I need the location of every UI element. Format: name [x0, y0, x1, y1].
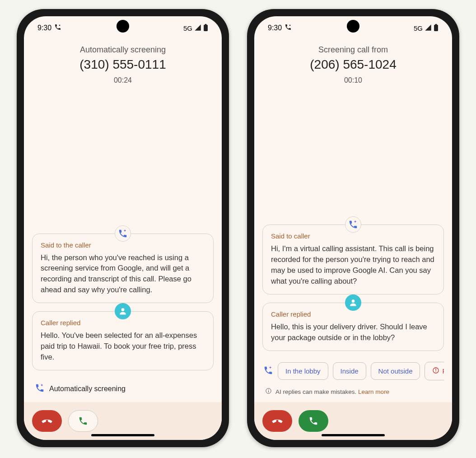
disclaimer-text: AI replies can make mistakes.	[275, 388, 356, 395]
caller-person-icon	[115, 303, 131, 319]
answer-button[interactable]	[68, 410, 98, 432]
status-time: 9:30	[268, 24, 282, 32]
auto-screening-status: Automatically screening	[32, 379, 214, 402]
sparkle-phone-icon	[263, 365, 273, 377]
caller-reply-bubble: Caller replied Hello. You've been select…	[32, 311, 214, 370]
learn-more-link[interactable]: Learn more	[358, 388, 389, 395]
said-to-caller-bubble: Said to the caller Hi, the person who yo…	[32, 234, 214, 304]
battery-icon	[203, 24, 208, 33]
ai-disclaimer: AI replies can make mistakes. Learn more	[262, 385, 444, 402]
svg-rect-13	[268, 389, 269, 390]
caller-number: (310) 555-0111	[33, 57, 213, 72]
phone-mockup-right: 9:30 5G Screening call from (206) 565-10…	[247, 9, 459, 447]
said-to-caller-title: Said to caller	[271, 232, 435, 240]
assistant-sparkle-phone-icon	[345, 216, 361, 233]
said-to-caller-text: Hi, I'm a virtual calling assistant. Thi…	[271, 243, 435, 287]
battery-icon	[434, 24, 439, 33]
status-time: 9:30	[37, 24, 51, 32]
caller-reply-title: Caller replied	[271, 310, 435, 318]
call-timer: 00:24	[33, 76, 213, 84]
network-label: 5G	[183, 24, 192, 32]
camera-cutout	[347, 20, 359, 33]
said-to-caller-bubble: Said to caller Hi, I'm a virtual calling…	[262, 224, 444, 294]
call-header: Screening call from (206) 565-1024 00:10	[254, 36, 452, 89]
caller-person-icon	[345, 294, 361, 311]
answer-button[interactable]	[299, 410, 328, 432]
svg-rect-9	[436, 369, 436, 371]
svg-rect-12	[268, 390, 269, 392]
caller-reply-text: Hello, this is your delivery driver. Sho…	[271, 322, 435, 343]
signal-icon	[425, 24, 432, 33]
svg-rect-6	[435, 24, 437, 25]
svg-point-7	[352, 299, 355, 303]
svg-rect-2	[205, 24, 207, 25]
svg-point-4	[289, 25, 291, 26]
caller-reply-text: Hello. You've been selected for an all-e…	[41, 330, 205, 363]
suggested-replies-row: In the lobby Inside Not outside Rep	[262, 359, 444, 385]
reply-chip-not-outside[interactable]: Not outside	[371, 362, 420, 380]
svg-rect-10	[436, 371, 436, 372]
network-label: 5G	[414, 24, 423, 32]
signal-icon	[194, 24, 201, 33]
svg-point-3	[121, 308, 125, 312]
sparkle-phone-icon	[35, 383, 45, 395]
screening-label: Automatically screening	[33, 45, 213, 55]
said-to-caller-title: Said to the caller	[41, 241, 205, 249]
warning-icon	[432, 367, 439, 375]
call-header: Automatically screening (310) 555-0111 0…	[24, 36, 222, 89]
home-indicator[interactable]	[322, 434, 385, 436]
call-timer: 00:10	[263, 76, 443, 84]
reply-chip-inside[interactable]: Inside	[333, 362, 366, 380]
hangup-button[interactable]	[32, 410, 62, 432]
phone-mockup-left: 9:30 5G Automatically screening (310) 55…	[17, 9, 229, 447]
screening-label: Screening call from	[263, 45, 443, 55]
call-active-icon	[54, 23, 61, 33]
svg-rect-1	[204, 24, 208, 31]
caller-reply-title: Caller replied	[41, 319, 205, 327]
home-indicator[interactable]	[91, 434, 154, 436]
auto-screening-label: Automatically screening	[49, 385, 126, 393]
said-to-caller-text: Hi, the person who you've reached is usi…	[41, 252, 205, 296]
reply-chip-in-lobby[interactable]: In the lobby	[278, 362, 328, 380]
hangup-button[interactable]	[262, 410, 292, 432]
assistant-sparkle-phone-icon	[115, 225, 131, 242]
caller-number: (206) 565-1024	[263, 57, 443, 72]
call-active-icon	[285, 23, 292, 33]
reply-chip-report[interactable]: Rep	[425, 362, 444, 380]
camera-cutout	[117, 20, 129, 33]
info-icon	[265, 388, 272, 396]
svg-rect-5	[434, 24, 438, 31]
svg-point-0	[59, 25, 61, 26]
